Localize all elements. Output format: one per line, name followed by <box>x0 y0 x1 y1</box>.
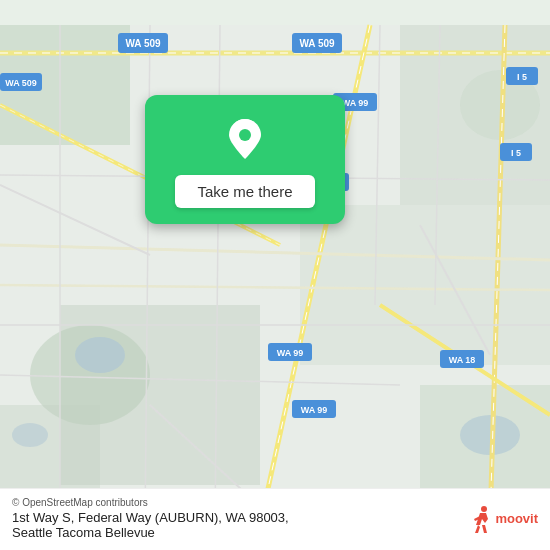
bottom-bar: © OpenStreetMap contributors 1st Way S, … <box>0 488 550 550</box>
svg-text:WA 509: WA 509 <box>125 38 161 49</box>
address-info: © OpenStreetMap contributors 1st Way S, … <box>12 497 289 540</box>
svg-text:I 5: I 5 <box>517 72 527 82</box>
svg-text:WA 99: WA 99 <box>301 405 328 415</box>
svg-text:WA 99: WA 99 <box>342 98 369 108</box>
map-container: WA 509 WA 509 WA 509 WA 99 WA 99 WA 99 W… <box>0 0 550 550</box>
moovit-icon-row: moovit <box>470 505 538 533</box>
take-me-there-button[interactable]: Take me there <box>175 175 314 208</box>
address-line2: Seattle Tacoma Bellevue <box>12 525 155 540</box>
svg-point-9 <box>75 337 125 373</box>
svg-rect-3 <box>300 205 550 365</box>
svg-text:WA 18: WA 18 <box>449 355 476 365</box>
location-pin-icon <box>223 117 267 161</box>
svg-point-11 <box>12 423 48 447</box>
map-background: WA 509 WA 509 WA 509 WA 99 WA 99 WA 99 W… <box>0 0 550 550</box>
moovit-person-icon <box>470 505 492 533</box>
svg-text:WA 509: WA 509 <box>5 78 37 88</box>
svg-point-56 <box>481 506 487 512</box>
address-text: 1st Way S, Federal Way (AUBURN), WA 9800… <box>12 510 289 540</box>
svg-text:I 5: I 5 <box>511 148 521 158</box>
svg-text:WA 509: WA 509 <box>299 38 335 49</box>
moovit-brand-text: moovit <box>495 511 538 526</box>
address-line1: 1st Way S, Federal Way (AUBURN), WA 9800… <box>12 510 289 525</box>
svg-point-55 <box>239 129 251 141</box>
svg-text:WA 99: WA 99 <box>277 348 304 358</box>
navigation-button-overlay: Take me there <box>145 95 345 224</box>
osm-attribution: © OpenStreetMap contributors <box>12 497 289 508</box>
moovit-logo: moovit <box>470 505 538 533</box>
